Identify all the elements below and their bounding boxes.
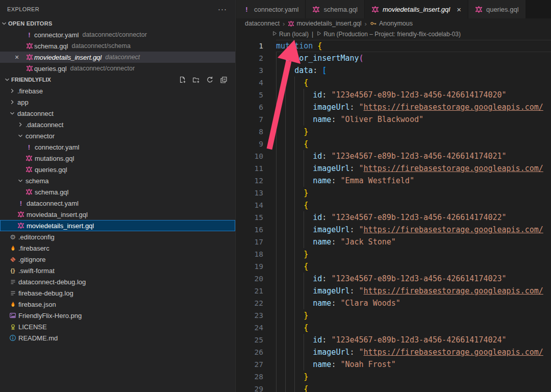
indent-guide: [285, 371, 286, 383]
more-actions-icon[interactable]: ···: [218, 5, 227, 13]
code-line[interactable]: 6 imageUrl: "https://firebasestorage.goo…: [236, 101, 551, 113]
indent-guide: [294, 358, 295, 371]
new-file-icon: [179, 76, 186, 84]
tree-item--firebase[interactable]: .firebase: [0, 85, 235, 96]
tree-item-label: connector.yaml: [35, 143, 79, 151]
code-line[interactable]: 5 id: "123e4567-e89b-12d3-a456-426614174…: [236, 89, 551, 101]
code-line[interactable]: 4 {: [236, 77, 551, 89]
open-editor-item[interactable]: × moviedetails_insert.gql dataconnect: [0, 52, 235, 63]
tree-item-schema-gql[interactable]: schema.gql: [0, 186, 235, 198]
indent-guide: [276, 248, 277, 260]
code-line[interactable]: 21 imageUrl: "https://firebasestorage.go…: [236, 285, 551, 297]
close-icon[interactable]: ×: [457, 5, 461, 14]
code-line[interactable]: 13 }: [236, 187, 551, 199]
code-line[interactable]: 26 imageUrl: "https://firebasestorage.go…: [236, 346, 551, 358]
indent-guide: [285, 64, 286, 77]
workspace-actions: [178, 76, 228, 84]
tree-item--firebaserc[interactable]: .firebaserc: [0, 242, 235, 254]
code-line[interactable]: 24 {: [236, 322, 551, 334]
code-line[interactable]: 19 {: [236, 260, 551, 273]
tree-item-label: schema: [26, 177, 49, 185]
breadcrumb-segment[interactable]: dataconnect: [245, 20, 280, 27]
tree-item--swift-format[interactable]: {}.swift-format: [0, 265, 235, 276]
tree-item-dataconnect-yaml[interactable]: !dataconnect.yaml: [0, 198, 235, 209]
tree-item-dataconnect[interactable]: dataconnect: [0, 108, 235, 119]
new-folder-button[interactable]: [192, 76, 201, 84]
open-editor-item[interactable]: queries.gql dataconnect/connector: [0, 63, 235, 74]
tree-item-license[interactable]: LICENSE: [0, 321, 235, 332]
indent-guide: [276, 346, 277, 358]
tree-item-dataconnect-debug-log[interactable]: dataconnect-debug.log: [0, 276, 235, 287]
indent-guide: [294, 346, 295, 358]
tab-connector-yaml[interactable]: ! connector.yaml: [236, 0, 306, 18]
code-line[interactable]: 11 imageUrl: "https://firebasestorage.go…: [236, 162, 551, 175]
code-line[interactable]: 10 id: "123e4567-e89b-12d3-a456-42661417…: [236, 150, 551, 162]
tree-item-connector[interactable]: connector: [0, 130, 235, 141]
code-line[interactable]: 20 id: "123e4567-e89b-12d3-a456-42661417…: [236, 273, 551, 285]
tree-item-firebase-json[interactable]: firebase.json: [0, 299, 235, 310]
tab-moviedetails-insert-gql[interactable]: moviedetails_insert.gql ×: [365, 0, 468, 18]
open-editor-item[interactable]: schema.gql dataconnect/schema: [0, 40, 235, 52]
collapse-all-button[interactable]: [219, 76, 228, 84]
open-editor-item[interactable]: ! connector.yaml dataconnect/connector: [0, 29, 235, 40]
tree-item-label: moviedetails_insert.gql: [27, 222, 94, 230]
line-number: 6: [236, 101, 263, 113]
breadcrumb-separator: ›: [283, 20, 285, 28]
refresh-button[interactable]: [206, 76, 214, 84]
code-line[interactable]: 28 }: [236, 371, 551, 383]
code-line[interactable]: 29 {: [236, 383, 551, 392]
code-line[interactable]: 2 actor_insertMany(: [236, 52, 551, 64]
firebase-flame-icon: [10, 301, 16, 308]
code-editor[interactable]: 1 mutation { 2 actor_insertMany( 3 data:…: [236, 40, 551, 392]
tree-item-moviedata-insert-gql[interactable]: moviedata_insert.gql: [0, 209, 235, 220]
workspace-header[interactable]: FRIENDLYFLIX: [0, 74, 235, 85]
new-file-button[interactable]: [178, 76, 187, 84]
run-production-link[interactable]: Run (Production – Project: friendly-flix…: [316, 31, 461, 38]
open-editors-header[interactable]: OPEN EDITORS: [0, 18, 235, 29]
code-line[interactable]: 25 id: "123e4567-e89b-12d3-a456-42661417…: [236, 334, 551, 346]
tab-queries-gql[interactable]: queries.gql: [468, 0, 526, 18]
code-line[interactable]: 12 name: "Emma Westfield": [236, 175, 551, 187]
chevron-right-icon: [9, 87, 16, 94]
code-line[interactable]: 9 {: [236, 138, 551, 150]
tree-item-firebase-debug-log[interactable]: firebase-debug.log: [0, 287, 235, 299]
code-line[interactable]: 15 id: "123e4567-e89b-12d3-a456-42661417…: [236, 211, 551, 224]
tree-item-app[interactable]: app: [0, 96, 235, 108]
code-line[interactable]: 7 name: "Oliver Blackwood": [236, 113, 551, 126]
close-icon[interactable]: ×: [15, 53, 24, 61]
indent-guide: [276, 236, 277, 248]
tree-item-friendlyflix-hero-png[interactable]: FriendlyFlix-Hero.png: [0, 310, 235, 321]
indent-guide: [276, 211, 277, 224]
tree-item-queries-gql[interactable]: queries.gql: [0, 164, 235, 175]
chevron-right-icon: [9, 99, 16, 106]
tree-item-moviedetails-insert-gql[interactable]: moviedetails_insert.gql: [0, 220, 235, 231]
code-line[interactable]: 8 }: [236, 126, 551, 138]
code-line[interactable]: 14 {: [236, 199, 551, 211]
line-number: 24: [236, 322, 263, 334]
code-line[interactable]: 18 }: [236, 248, 551, 260]
tree-item-mutations-gql[interactable]: mutations.gql: [0, 153, 235, 164]
tree-item--editorconfig[interactable]: ⚙.editorconfig: [0, 231, 235, 242]
code-line[interactable]: 1 mutation {: [236, 40, 551, 52]
collapse-all-icon: [220, 76, 228, 84]
graphql-icon: [26, 54, 33, 61]
tree-item--dataconnect[interactable]: .dataconnect: [0, 119, 235, 130]
run-local-link[interactable]: Run (local): [272, 31, 309, 38]
tree-item-connector-yaml[interactable]: !connector.yaml: [0, 141, 235, 153]
indent-guide: [276, 297, 277, 309]
tree-item-schema[interactable]: schema: [0, 175, 235, 186]
chevron-down-icon: [17, 132, 24, 139]
code-line[interactable]: 27 name: "Noah Frost": [236, 358, 551, 371]
breadcrumb-segment[interactable]: Anonymous: [370, 20, 413, 27]
code-line[interactable]: 23 }: [236, 309, 551, 322]
graphql-icon: [312, 6, 320, 13]
code-line[interactable]: 16 imageUrl: "https://firebasestorage.go…: [236, 224, 551, 236]
code-line[interactable]: 22 name: "Clara Woods": [236, 297, 551, 309]
code-line[interactable]: 3 data: [: [236, 64, 551, 77]
tree-item-readme-md[interactable]: README.md: [0, 332, 235, 344]
indent-guide: [304, 346, 304, 358]
breadcrumb-segment[interactable]: moviedetails_insert.gql: [288, 20, 361, 27]
tab-schema-gql[interactable]: schema.gql: [306, 0, 364, 18]
code-line[interactable]: 17 name: "Jack Stone": [236, 236, 551, 248]
tree-item--gitignore[interactable]: .gitignore: [0, 254, 235, 265]
